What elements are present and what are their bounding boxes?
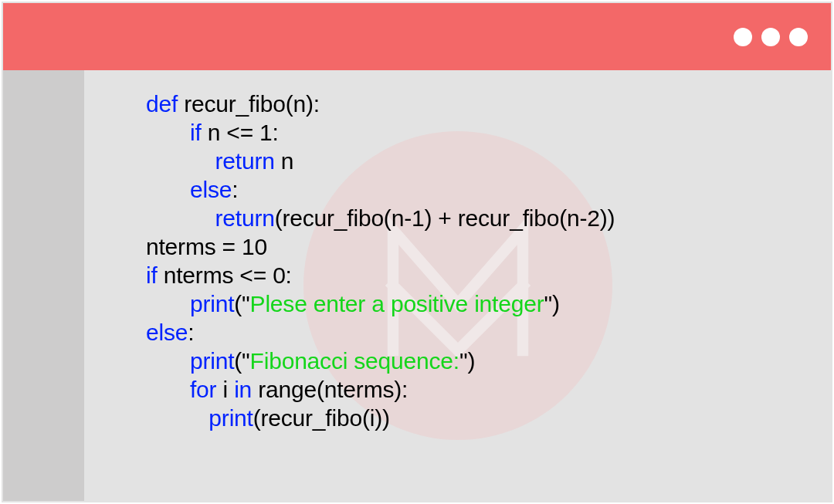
code-text: ")	[544, 291, 559, 316]
code-text: i	[216, 377, 234, 402]
code-text: n	[275, 148, 294, 174]
function-print: print	[208, 405, 253, 431]
keyword-return: return	[215, 148, 275, 174]
string-literal: Plese enter a positive integer	[250, 291, 544, 316]
function-print: print	[190, 348, 234, 374]
code-window: def recur_fibo(n): if n <= 1: return n e…	[2, 2, 832, 502]
code-text: (recur_fibo(i))	[253, 405, 390, 431]
indent	[146, 120, 190, 145]
window-control-dot[interactable]	[761, 28, 780, 46]
code-text: range(nterms):	[252, 377, 408, 402]
keyword-if: if	[190, 120, 202, 145]
code-text: recur_fibo(n):	[178, 91, 320, 117]
code-text: :	[232, 177, 238, 202]
line-gutter	[3, 70, 84, 501]
window-control-dot[interactable]	[734, 28, 752, 46]
keyword-def: def	[146, 91, 178, 117]
code-text: n <= 1:	[202, 120, 279, 145]
code-text: (recur_fibo(n-1) + recur_fibo(n-2))	[275, 205, 615, 231]
code-area: def recur_fibo(n): if n <= 1: return n e…	[84, 70, 831, 501]
keyword-return: return	[215, 205, 275, 231]
indent	[146, 348, 190, 374]
indent	[146, 205, 215, 231]
code-text: ("	[234, 291, 249, 316]
code-text: ("	[234, 348, 249, 374]
titlebar	[3, 3, 831, 70]
function-print: print	[190, 291, 234, 316]
indent	[146, 148, 215, 174]
keyword-in: in	[234, 377, 252, 402]
string-literal: Fibonacci sequence:	[250, 348, 459, 374]
editor-body: def recur_fibo(n): if n <= 1: return n e…	[3, 70, 831, 501]
keyword-for: for	[190, 377, 216, 402]
code-text: nterms <= 0:	[158, 262, 292, 288]
code-content: def recur_fibo(n): if n <= 1: return n e…	[146, 90, 815, 432]
indent	[146, 177, 190, 202]
code-text: :	[188, 320, 194, 345]
indent	[146, 377, 190, 402]
indent	[146, 405, 208, 431]
keyword-if: if	[146, 262, 158, 288]
code-text: ")	[459, 348, 475, 374]
indent	[146, 291, 190, 316]
keyword-else: else	[190, 177, 232, 202]
code-text: nterms = 10	[146, 234, 267, 259]
keyword-else: else	[146, 320, 188, 345]
window-control-dot[interactable]	[789, 28, 808, 46]
